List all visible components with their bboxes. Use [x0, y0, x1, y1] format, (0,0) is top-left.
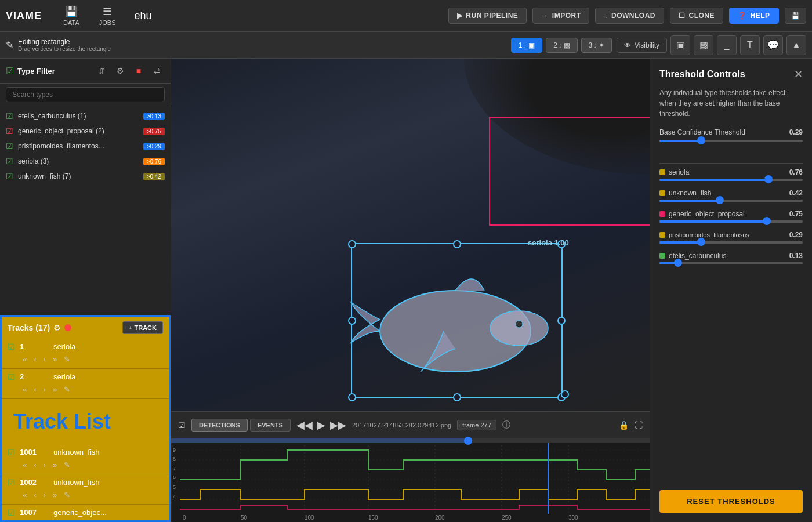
arrow-tool-button[interactable]: ▲	[786, 35, 806, 55]
track-last-btn-1001[interactable]: »	[50, 459, 59, 470]
type-item-pristi[interactable]: ☑ pristipomoides_filamentos... >0.29	[0, 139, 171, 154]
type-check-unknown[interactable]: ☑	[6, 172, 13, 181]
type-threshold-etelis: etelis_carbunculus 0.13	[659, 252, 803, 260]
clone-button[interactable]: ☐ CLONE	[670, 8, 723, 24]
comment-tool-button[interactable]: 💬	[763, 35, 783, 55]
track-edit-btn-2[interactable]: ✎	[64, 385, 70, 394]
right-panel: Threshold Controls ✕ Any individual type…	[650, 59, 812, 522]
video-controls: ☑ DETECTIONS EVENTS ◀◀ ▶ ▶▶ 20171027.214…	[171, 411, 650, 438]
swap-icon-btn[interactable]: ⇄	[150, 63, 165, 78]
seriola-slider[interactable]	[659, 179, 803, 181]
seriola-thresh-value: 0.76	[789, 168, 803, 176]
edit-pencil-icon: ✎	[6, 39, 13, 50]
etelis-slider[interactable]	[659, 262, 803, 264]
track-first-btn-1[interactable]: «	[20, 354, 29, 365]
save-button[interactable]: 💾	[785, 8, 807, 24]
eye-icon: 👁	[624, 41, 631, 49]
track-edit-btn-1002[interactable]: ✎	[64, 491, 70, 499]
type-check-seriola[interactable]: ☑	[6, 157, 13, 166]
track-edit-btn-1[interactable]: ✎	[64, 355, 70, 364]
video-container[interactable]: seriola 1.00 etelis_carbunculus	[171, 59, 650, 411]
type-item-seriola[interactable]: ☑ seriola (3) >0.76	[0, 154, 171, 169]
go-end-button[interactable]: ▶▶	[330, 419, 346, 432]
type-name-pristi: pristipomoides_filamentos...	[18, 142, 139, 150]
mode-1-button[interactable]: 1 : ▣	[511, 38, 542, 53]
pristi-slider[interactable]	[659, 241, 803, 244]
track-last-btn-2[interactable]: »	[50, 384, 59, 395]
detections-tab[interactable]: DETECTIONS	[191, 419, 248, 432]
track-prev-btn-1[interactable]: ‹	[31, 354, 38, 365]
type-item-etelis[interactable]: ☑ etelis_carbunculus (1) >0.13	[0, 108, 171, 124]
mode-3-button[interactable]: 3 : ✦	[581, 38, 612, 53]
svg-point-1	[490, 311, 548, 346]
track-check-1007[interactable]: ☑	[8, 508, 15, 517]
type-check-etelis[interactable]: ☑	[6, 111, 13, 121]
track-first-btn-1002[interactable]: «	[20, 490, 29, 501]
threshold-close-button[interactable]: ✕	[794, 68, 803, 81]
editing-info: ✎ Editing rectangle Drag vertices to res…	[6, 38, 506, 52]
search-types-input[interactable]	[6, 87, 165, 102]
play-button[interactable]: ▶	[317, 419, 325, 432]
tracks-remove-icon[interactable]	[64, 324, 71, 331]
track-next-btn-1[interactable]: ›	[41, 354, 48, 365]
help-button[interactable]: ❓ HELP	[729, 8, 779, 24]
run-pipeline-button[interactable]: ▶ RUN PIPELINE	[448, 8, 527, 24]
lock-icon[interactable]: 🔒	[619, 420, 629, 430]
track-prev-btn-1001[interactable]: ‹	[31, 459, 38, 470]
line-tool-button[interactable]: ⎯	[717, 35, 737, 55]
tracks-settings-icon[interactable]: ⚙	[53, 323, 61, 332]
add-track-button[interactable]: + TRACK	[122, 321, 163, 334]
timeline-scrubber[interactable]	[464, 437, 472, 445]
type-item-unknown[interactable]: ☑ unknown_fish (7) >0.42	[0, 169, 171, 184]
nav-jobs[interactable]: ☰ JOBS	[92, 3, 123, 28]
svg-text:0: 0	[183, 514, 186, 521]
timeline[interactable]: 0 50 100 150 200 250 300	[171, 438, 650, 522]
vertex-tool-button[interactable]: ▩	[694, 35, 713, 55]
track-type-1: seriola	[53, 342, 163, 351]
base-threshold-slider[interactable]	[659, 140, 803, 142]
fullscreen-icon[interactable]: ⛶	[635, 420, 643, 430]
sort-icon-btn[interactable]: ⇵	[94, 63, 109, 78]
visibility-button[interactable]: 👁 Visibility	[617, 38, 667, 53]
go-start-button[interactable]: ◀◀	[296, 419, 313, 432]
download-button[interactable]: ↓ DOWNLOAD	[595, 8, 664, 24]
track-first-btn-1001[interactable]: «	[20, 459, 29, 470]
import-button[interactable]: → IMPORT	[532, 8, 589, 24]
track-next-btn-1002[interactable]: ›	[41, 490, 48, 501]
track-check-1[interactable]: ☑	[8, 342, 15, 351]
handle-extra[interactable]	[561, 390, 569, 398]
type-check-pristi[interactable]: ☑	[6, 142, 13, 151]
events-tab[interactable]: EVENTS	[250, 419, 291, 432]
mode-2-button[interactable]: 2 : ▩	[546, 38, 577, 53]
remove-filter-icon-btn[interactable]: ■	[131, 63, 146, 78]
track-check-1002[interactable]: ☑	[8, 478, 15, 487]
type-check-generic[interactable]: ☑	[6, 126, 13, 136]
reset-thresholds-button[interactable]: RESET THRESHOLDS	[659, 490, 803, 513]
generic-slider[interactable]	[659, 220, 803, 223]
settings-icon-btn[interactable]: ⚙	[113, 63, 128, 78]
svg-text:50: 50	[241, 514, 248, 521]
unknown-slider[interactable]	[659, 200, 803, 202]
generic-thresh-value: 0.75	[789, 210, 803, 218]
editing-title: Editing rectangle	[18, 38, 111, 46]
select-tool-button[interactable]: ▣	[670, 35, 690, 55]
track-prev-btn-1002[interactable]: ‹	[31, 490, 38, 501]
track-next-btn-2[interactable]: ›	[41, 384, 48, 395]
track-prev-btn-2[interactable]: ‹	[31, 384, 38, 395]
type-item-generic[interactable]: ☑ generic_object_proposal (2) >0.75	[0, 124, 171, 139]
detections-checkbox[interactable]: ☑	[178, 420, 186, 430]
save-icon: 💾	[791, 12, 800, 20]
info-icon[interactable]: ⓘ	[502, 420, 510, 430]
text-tool-button[interactable]: T	[740, 35, 760, 55]
track-next-btn-1001[interactable]: ›	[41, 459, 48, 470]
track-edit-btn-1001[interactable]: ✎	[64, 461, 70, 469]
generic-color-dot	[659, 211, 665, 217]
track-check-1001[interactable]: ☑	[8, 448, 15, 457]
track-check-2[interactable]: ☑	[8, 372, 15, 382]
track-last-btn-1002[interactable]: »	[50, 490, 59, 501]
type-filter-checkbox[interactable]: ☑	[6, 66, 14, 77]
track-first-btn-2[interactable]: «	[20, 384, 29, 395]
tracks-header: Tracks (17) ⚙ + TRACK	[2, 317, 169, 339]
nav-data[interactable]: 💾 DATA	[56, 3, 86, 28]
track-last-btn-1[interactable]: »	[50, 354, 59, 365]
